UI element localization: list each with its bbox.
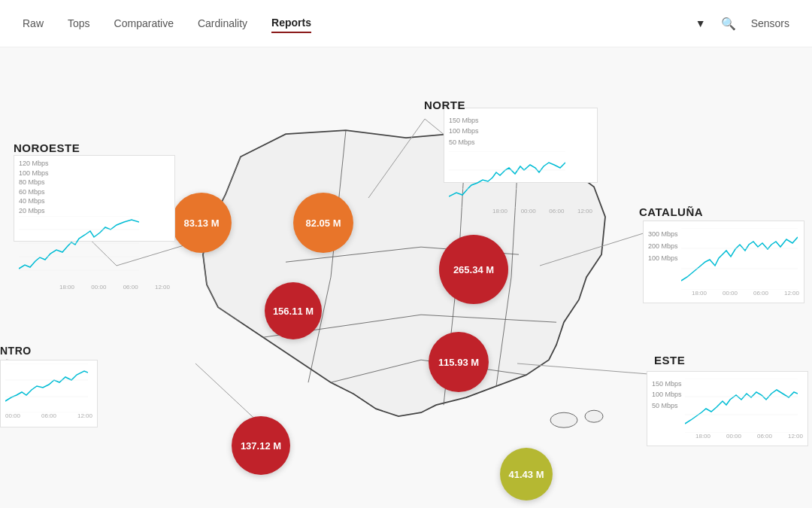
noroeste-x1: 00:00 xyxy=(91,284,106,291)
noroeste-x2: 06:00 xyxy=(123,284,138,291)
bubble-sureste[interactable]: 41.43 M xyxy=(500,448,553,500)
norte-y1: 100 Mbps xyxy=(449,126,479,136)
norte-x2: 06:00 xyxy=(549,208,564,214)
centro-x0: 00:00 xyxy=(5,412,20,419)
este-x1: 00:00 xyxy=(726,433,741,440)
cataluna-x2: 06:00 xyxy=(753,290,768,297)
label-centro: NTRO xyxy=(0,345,32,357)
noroeste-y5: 120 Mbps xyxy=(19,159,49,169)
filter-icon[interactable]: ▼ xyxy=(695,17,706,29)
svg-point-10 xyxy=(550,412,577,427)
label-este: ESTE xyxy=(654,354,685,367)
bubble-norte-value: 82.05 M xyxy=(306,217,341,229)
bubble-norte[interactable]: 82.05 M xyxy=(293,193,353,253)
bubble-este-value: 115.93 M xyxy=(438,357,479,368)
chart-norte: 150 Mbps 100 Mbps 50 Mbps 18:00 00:00 06… xyxy=(444,108,598,183)
noroeste-y2: 60 Mbps xyxy=(19,187,49,197)
norte-y2: 150 Mbps xyxy=(449,115,479,126)
chart-noroeste: 120 Mbps 100 Mbps 80 Mbps 60 Mbps 40 Mbp… xyxy=(14,155,175,242)
norte-x3: 12:00 xyxy=(577,208,592,214)
norte-y0: 50 Mbps xyxy=(449,137,479,148)
cataluna-y0: 100 Mbps xyxy=(648,252,678,264)
nav-reports[interactable]: Reports xyxy=(271,14,311,33)
nav-tops[interactable]: Tops xyxy=(68,14,90,32)
bubble-sureste-value: 41.43 M xyxy=(509,469,544,480)
bubble-cataluna[interactable]: 265.34 M xyxy=(439,235,508,304)
noroeste-y0: 20 Mbps xyxy=(19,206,49,216)
centro-x2: 12:00 xyxy=(77,412,92,419)
sensors-label[interactable]: Sensors xyxy=(751,17,789,29)
bubble-este[interactable]: 115.93 M xyxy=(429,332,489,392)
bubble-noroeste-value: 83.13 M xyxy=(184,217,220,229)
label-norte: NORTE xyxy=(424,99,465,111)
chart-centro: 00:00 06:00 12:00 xyxy=(0,360,98,427)
norte-x0: 18:00 xyxy=(492,208,508,214)
bubble-centro[interactable]: 156.11 M xyxy=(265,282,322,339)
chart-cataluna: 300 Mbps 200 Mbps 100 Mbps 18:00 00:00 0… xyxy=(643,221,804,303)
este-y2: 150 Mbps xyxy=(652,379,682,389)
bubble-sur-value: 137.12 M xyxy=(241,440,281,452)
cataluna-x1: 00:00 xyxy=(723,290,738,297)
bubble-centro-value: 156.11 M xyxy=(273,306,314,317)
cataluna-x0: 18:00 xyxy=(692,290,707,297)
cataluna-y2: 300 Mbps xyxy=(648,228,678,240)
nav-comparative[interactable]: Comparative xyxy=(114,14,174,32)
este-y1: 100 Mbps xyxy=(652,389,682,400)
map-container: 83.13 M 82.05 M 265.34 M 156.11 M 115.93… xyxy=(0,47,812,508)
nav-right: ▼ 🔍 Sensors xyxy=(695,17,789,31)
este-x2: 06:00 xyxy=(757,433,772,440)
chart-este: 150 Mbps 100 Mbps 50 Mbps 18:00 00:00 06… xyxy=(647,371,808,446)
noroeste-x0: 18:00 xyxy=(59,284,74,291)
noroeste-y4: 100 Mbps xyxy=(19,169,49,178)
bubble-sur[interactable]: 137.12 M xyxy=(232,416,290,475)
este-x3: 12:00 xyxy=(788,433,803,440)
este-x0: 18:00 xyxy=(695,433,710,440)
nav-links: Raw Tops Comparative Cardinality Reports xyxy=(23,14,311,33)
bubble-cataluna-value: 265.34 M xyxy=(453,264,494,275)
navbar: Raw Tops Comparative Cardinality Reports… xyxy=(0,0,812,47)
norte-x1: 00:00 xyxy=(521,208,536,214)
bubble-noroeste[interactable]: 83.13 M xyxy=(171,193,232,253)
nav-raw[interactable]: Raw xyxy=(23,14,44,32)
svg-point-11 xyxy=(585,410,603,422)
nav-cardinality[interactable]: Cardinality xyxy=(198,14,247,32)
centro-x1: 06:00 xyxy=(41,412,56,419)
noroeste-y1: 40 Mbps xyxy=(19,196,49,206)
cataluna-x3: 12:00 xyxy=(784,290,799,297)
cataluna-y1: 200 Mbps xyxy=(648,240,678,252)
label-cataluna: CATALUÑA xyxy=(639,205,703,218)
label-noroeste: NOROESTE xyxy=(14,141,80,154)
este-y0: 50 Mbps xyxy=(652,400,682,411)
search-icon[interactable]: 🔍 xyxy=(721,17,736,31)
noroeste-y3: 80 Mbps xyxy=(19,178,49,187)
noroeste-x3: 12:00 xyxy=(155,284,170,291)
